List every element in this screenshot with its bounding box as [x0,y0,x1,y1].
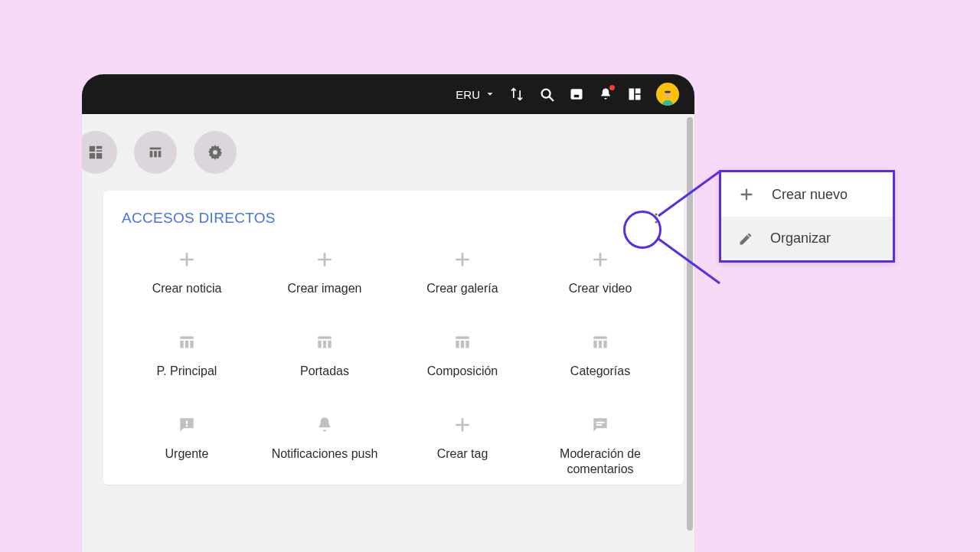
popover-item-label: Crear nuevo [772,187,848,203]
plus-icon [738,186,755,203]
popover-item-organize[interactable]: Organizar [721,217,893,260]
card-menu-button[interactable] [647,209,665,227]
popover-item-label: Organizar [770,230,831,247]
shortcut-label: Portadas [300,364,349,379]
boards-button[interactable] [627,87,642,102]
view-toolbar [82,114,694,191]
card-title: ACCESOS DIRECTOS [122,210,276,227]
alert-chat-icon [177,414,197,436]
shortcut-label: Crear video [569,281,632,296]
table-view-button[interactable] [134,131,177,174]
swap-icon [509,87,524,102]
scrollbar[interactable] [687,117,693,531]
shortcut-label: Categorías [570,364,630,379]
shortcut-tile[interactable]: Notificaciones push [260,414,390,477]
table-icon [177,332,197,353]
settings-button[interactable] [194,131,237,174]
shortcut-label: Notificaciones push [272,446,378,462]
dashboard-icon [87,144,104,161]
svg-rect-25 [665,91,670,93]
shortcut-label: P. Principal [157,364,217,379]
shortcut-tile[interactable]: P. Principal [122,332,252,379]
chat-icon [590,414,610,436]
plus-icon [452,249,472,270]
pencil-icon [738,231,753,247]
avatar[interactable] [656,83,679,106]
kebab-icon [648,211,664,226]
shortcut-tile[interactable]: Portadas [260,332,390,379]
search-icon [538,86,555,103]
caret-down-icon [485,89,495,100]
plus-icon [590,249,610,270]
shortcut-tile[interactable]: Crear video [535,249,665,296]
plus-icon [452,414,472,436]
shortcut-label: Crear tag [437,446,488,462]
shortcut-tile[interactable]: Urgente [122,414,252,477]
shortcut-label: Composición [427,364,498,379]
shortcut-tile[interactable]: Crear tag [397,414,528,477]
shortcut-tile[interactable]: Categorías [535,332,665,379]
notification-dot [609,85,615,90]
app-window: ERU [82,74,694,552]
popover-item-create[interactable]: Crear nuevo [721,172,893,217]
shortcut-label: Crear imagen [288,281,362,296]
shortcuts-card: ACCESOS DIRECTOS Crear noticiaCrear imag… [103,191,684,485]
plus-icon [315,249,335,270]
bell-icon [315,414,335,436]
notifications-button[interactable] [598,87,613,102]
board-icon [627,87,642,102]
search-button[interactable] [538,86,555,103]
inbox-icon [569,87,584,102]
plus-icon [177,249,197,270]
shortcut-tile[interactable]: Moderación de comentarios [535,414,665,477]
table-icon [315,332,335,353]
workspace-label: ERU [456,88,480,101]
shortcut-label: Crear galería [426,281,498,296]
shortcuts-grid: Crear noticiaCrear imagenCrear galeríaCr… [122,249,665,477]
swap-button[interactable] [509,87,524,102]
shortcut-tile[interactable]: Composición [397,332,528,379]
inbox-button[interactable] [569,87,584,102]
card-menu-popover: Crear nuevo Organizar [719,170,895,263]
table-icon [452,332,472,353]
gear-icon [206,143,224,162]
shortcut-label: Crear noticia [152,281,222,296]
shortcut-tile[interactable]: Crear noticia [122,249,252,296]
shortcut-tile[interactable]: Crear galería [397,249,528,296]
topbar: ERU [82,74,694,114]
shortcut-label: Urgente [165,446,209,462]
shortcut-label: Moderación de comentarios [535,446,665,477]
table-icon [147,144,164,161]
table-icon [590,332,610,353]
shortcut-tile[interactable]: Crear imagen [260,249,390,296]
workspace-selector[interactable]: ERU [456,88,495,101]
dashboard-view-button[interactable] [82,131,117,174]
avatar-icon [659,89,676,106]
